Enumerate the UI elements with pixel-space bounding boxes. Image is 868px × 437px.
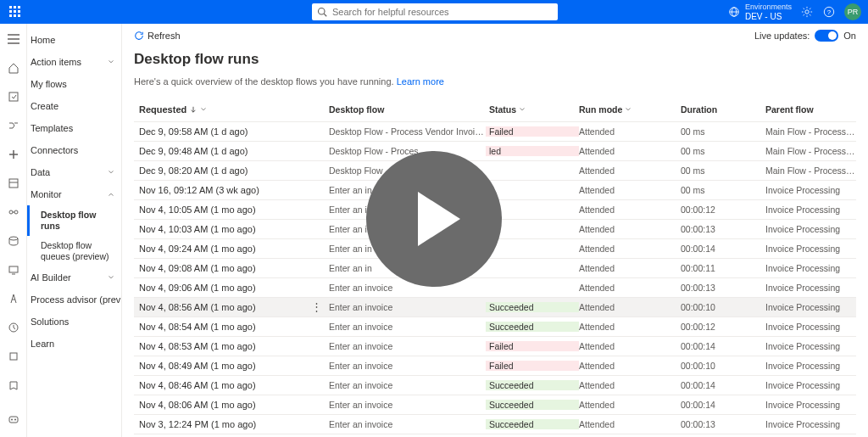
table-row[interactable]: Nov 4, 09:08 AM (1 mo ago)Enter an inAtt… <box>134 259 856 278</box>
home-icon[interactable] <box>5 59 22 76</box>
table-row[interactable]: Dec 9, 09:58 AM (1 d ago)Desktop Flow - … <box>134 122 856 142</box>
sidebar-item-templates[interactable]: Templates <box>27 117 121 139</box>
connectors-icon[interactable] <box>5 204 22 221</box>
sidebar-item-data[interactable]: Data <box>27 161 121 183</box>
table-row[interactable]: Nov 4, 08:49 AM (1 mo ago)Enter an invoi… <box>134 356 856 376</box>
help-icon[interactable]: ? <box>822 5 836 19</box>
ai-builder-icon[interactable] <box>5 290 22 307</box>
toolbar: Refresh Live updates: On <box>122 24 868 48</box>
cell-run-mode: Attended <box>579 185 681 195</box>
cell-parent-flow: Main Flow - Process AI Builder Docu... <box>765 126 856 137</box>
cell-duration: 00 ms <box>681 165 765 176</box>
app-launcher-icon[interactable] <box>7 3 24 20</box>
table-row[interactable]: Nov 4, 09:06 AM (1 mo ago)Enter an invoi… <box>134 278 856 298</box>
sidebar-item-desktop-flow-queues[interactable]: Desktop flow queues (preview) <box>27 236 121 266</box>
cell-parent-flow: Main Flow - Process AI Builder Docu... <box>765 165 856 176</box>
live-updates-label: Live updates: <box>754 31 810 41</box>
environment-picker[interactable]: Environments DEV - US <box>728 3 792 21</box>
action-items-icon[interactable] <box>5 88 22 105</box>
learn-more-link[interactable]: Learn more <box>397 76 444 87</box>
svg-rect-4 <box>14 10 16 13</box>
cell-run-mode: Attended <box>579 283 681 293</box>
svg-point-25 <box>9 210 13 214</box>
cell-status: Succeeded <box>486 419 579 429</box>
sidebar-item-create[interactable]: Create <box>27 95 121 117</box>
solutions-icon[interactable] <box>5 348 22 365</box>
col-desktop-flow[interactable]: Desktop flow <box>329 104 486 115</box>
cell-run-mode: Attended <box>579 400 681 410</box>
avatar[interactable]: PR <box>844 3 861 20</box>
monitor-icon[interactable] <box>5 261 22 278</box>
svg-rect-6 <box>9 14 12 17</box>
cell-duration: 00:00:14 <box>681 400 765 410</box>
cell-run-mode: Attended <box>579 224 681 234</box>
col-run-mode[interactable]: Run mode <box>579 104 681 115</box>
runs-table: Requested Desktop flow Status Run mode D… <box>134 98 856 434</box>
cell-duration: 00:00:11 <box>681 263 765 273</box>
svg-line-10 <box>324 14 326 16</box>
cell-parent-flow: Invoice Processing <box>765 185 856 195</box>
col-duration[interactable]: Duration <box>681 104 765 115</box>
svg-point-9 <box>319 8 326 15</box>
sidebar-item-process-advisor[interactable]: Process advisor (preview) <box>27 289 121 311</box>
sidebar-item-connectors[interactable]: Connectors <box>27 139 121 161</box>
refresh-button[interactable]: Refresh <box>134 31 181 41</box>
search-box[interactable] <box>312 3 558 20</box>
create-icon[interactable] <box>5 146 22 163</box>
table-row[interactable]: Nov 4, 08:54 AM (1 mo ago)Enter an invoi… <box>134 317 856 337</box>
sidebar-item-solutions[interactable]: Solutions <box>27 311 121 333</box>
env-label: Environments <box>745 3 792 12</box>
col-status[interactable]: Status <box>486 104 579 115</box>
cell-status: Failed <box>486 341 579 351</box>
sidebar-item-action-items[interactable]: Action items <box>27 51 121 73</box>
chevron-down-icon <box>519 106 526 113</box>
sidebar-item-ai-builder[interactable]: AI Builder <box>27 266 121 289</box>
col-parent-flow[interactable]: Parent flow <box>765 104 856 115</box>
data-icon[interactable] <box>5 233 22 249</box>
flows-icon[interactable] <box>5 117 22 134</box>
cell-desktop-flow: Enter an invoice <box>329 400 486 410</box>
table-row[interactable]: Nov 4, 08:53 AM (1 mo ago)Enter an invoi… <box>134 337 856 356</box>
learn-icon[interactable] <box>5 377 22 394</box>
sidebar: Home Action items My flows Create Templa… <box>27 24 122 437</box>
sidebar-item-learn[interactable]: Learn <box>27 333 121 355</box>
svg-point-34 <box>11 419 13 421</box>
cell-run-mode: Attended <box>579 341 681 351</box>
table-row[interactable]: Dec 9, 09:48 AM (1 d ago)Desktop Flow - … <box>134 142 856 161</box>
svg-text:?: ? <box>827 8 832 16</box>
table-row[interactable]: Nov 4, 08:56 AM (1 mo ago)⋮Enter an invo… <box>134 298 856 317</box>
cell-requested: Nov 4, 09:08 AM (1 mo ago) <box>134 263 329 273</box>
cell-run-mode: Attended <box>579 263 681 273</box>
cell-requested: Nov 3, 12:24 PM (1 mo ago) <box>134 419 329 429</box>
cell-status: Succeeded <box>486 380 579 390</box>
cell-run-mode: Attended <box>579 244 681 254</box>
table-row[interactable]: Nov 4, 08:46 AM (1 mo ago)Enter an invoi… <box>134 376 856 395</box>
row-more-icon[interactable]: ⋮ <box>311 303 322 311</box>
cell-desktop-flow: Desktop Flow - Process Vendor Invoices <box>329 126 486 137</box>
svg-rect-32 <box>10 353 17 360</box>
search-icon <box>317 7 327 17</box>
cell-duration: 00:00:10 <box>681 361 765 371</box>
live-updates-toggle[interactable] <box>815 30 838 42</box>
templates-icon[interactable] <box>5 175 22 192</box>
table-header: Requested Desktop flow Status Run mode D… <box>134 98 856 122</box>
sidebar-item-monitor[interactable]: Monitor <box>27 183 121 205</box>
search-input[interactable] <box>332 7 553 17</box>
col-requested[interactable]: Requested <box>134 104 329 115</box>
svg-rect-2 <box>18 6 20 8</box>
chatbot-icon[interactable] <box>5 412 22 429</box>
svg-point-35 <box>14 419 16 421</box>
sidebar-item-home[interactable]: Home <box>27 29 121 51</box>
process-advisor-icon[interactable] <box>5 319 22 336</box>
svg-rect-29 <box>9 266 18 272</box>
sidebar-item-desktop-flow-runs[interactable]: Desktop flow runs <box>27 205 121 236</box>
video-play-button[interactable] <box>366 151 502 287</box>
cell-duration: 00 ms <box>681 185 765 195</box>
chevron-down-icon <box>625 106 632 113</box>
menu-icon[interactable] <box>5 31 22 48</box>
sidebar-item-my-flows[interactable]: My flows <box>27 73 121 95</box>
table-row[interactable]: Nov 4, 08:06 AM (1 mo ago)Enter an invoi… <box>134 395 856 415</box>
settings-icon[interactable] <box>800 5 814 19</box>
table-row[interactable]: Dec 9, 08:20 AM (1 d ago)Desktop Flow -A… <box>134 161 856 181</box>
table-row[interactable]: Nov 3, 12:24 PM (1 mo ago)Enter an invoi… <box>134 415 856 434</box>
